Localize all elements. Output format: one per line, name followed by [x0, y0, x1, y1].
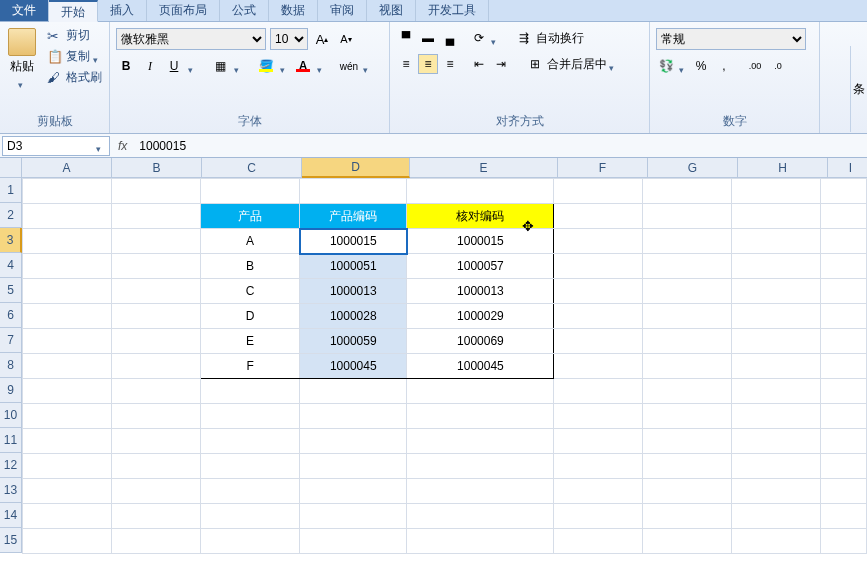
- fill-color-button[interactable]: 🪣: [256, 56, 276, 76]
- italic-button[interactable]: I: [140, 56, 160, 76]
- menu-home[interactable]: 开始: [49, 0, 98, 22]
- wrap-text-button[interactable]: ⇶: [514, 28, 534, 48]
- format-painter-button[interactable]: 格式刷: [44, 68, 105, 87]
- row-header[interactable]: 12: [0, 453, 22, 478]
- wrap-label[interactable]: 自动换行: [536, 30, 584, 47]
- menu-formula[interactable]: 公式: [220, 0, 269, 21]
- increase-indent-button[interactable]: ⇥: [491, 54, 511, 74]
- chevron-down-icon[interactable]: [234, 62, 243, 71]
- merge-center-button[interactable]: ⊞: [525, 54, 545, 74]
- menu-view[interactable]: 视图: [367, 0, 416, 21]
- cell-E2[interactable]: 核对编码: [407, 204, 554, 229]
- paste-button[interactable]: 粘贴: [4, 26, 40, 111]
- bold-button[interactable]: B: [116, 56, 136, 76]
- chevron-down-icon[interactable]: [609, 60, 618, 69]
- col-header-G[interactable]: G: [648, 158, 738, 178]
- border-button[interactable]: ▦: [210, 56, 230, 76]
- cell-D5[interactable]: 1000013: [300, 279, 407, 304]
- orientation-button[interactable]: ⟳: [469, 28, 489, 48]
- formula-value[interactable]: 1000015: [133, 139, 867, 153]
- cell-D6[interactable]: 1000028: [300, 304, 407, 329]
- col-header-I[interactable]: I: [828, 158, 867, 178]
- number-format-select[interactable]: 常规: [656, 28, 806, 50]
- cell-E4[interactable]: 1000057: [407, 254, 554, 279]
- col-header-B[interactable]: B: [112, 158, 202, 178]
- select-all-corner[interactable]: [0, 158, 22, 178]
- align-middle-button[interactable]: ▬: [418, 28, 438, 48]
- cell-D3[interactable]: 1000015: [300, 229, 407, 254]
- menu-review[interactable]: 审阅: [318, 0, 367, 21]
- align-top-button[interactable]: ▀: [396, 28, 416, 48]
- cell-D2[interactable]: 产品编码: [300, 204, 407, 229]
- align-right-button[interactable]: ≡: [440, 54, 460, 74]
- align-bottom-button[interactable]: ▄: [440, 28, 460, 48]
- chevron-down-icon[interactable]: [679, 62, 688, 71]
- cell-C6[interactable]: D: [201, 304, 300, 329]
- menu-layout[interactable]: 页面布局: [147, 0, 220, 21]
- chevron-down-icon[interactable]: [317, 62, 326, 71]
- phonetic-button[interactable]: wén: [339, 56, 359, 76]
- chevron-down-icon[interactable]: [280, 62, 289, 71]
- row-header[interactable]: 3: [0, 228, 22, 253]
- accounting-button[interactable]: 💱: [656, 56, 676, 76]
- fx-button[interactable]: fx: [112, 139, 133, 153]
- menu-data[interactable]: 数据: [269, 0, 318, 21]
- menu-file[interactable]: 文件: [0, 0, 49, 21]
- decrease-indent-button[interactable]: ⇤: [469, 54, 489, 74]
- name-box[interactable]: D3: [2, 136, 110, 156]
- increase-decimal-button[interactable]: .00: [745, 56, 765, 76]
- ribbon-overflow[interactable]: 条: [850, 46, 867, 132]
- decrease-font-button[interactable]: A▾: [336, 29, 356, 49]
- cell-E7[interactable]: 1000069: [407, 329, 554, 354]
- row-header[interactable]: 8: [0, 353, 22, 378]
- row-header[interactable]: 9: [0, 378, 22, 403]
- decrease-decimal-button[interactable]: .0: [768, 56, 788, 76]
- cell-D7[interactable]: 1000059: [300, 329, 407, 354]
- row-header[interactable]: 6: [0, 303, 22, 328]
- cell-D4[interactable]: 1000051: [300, 254, 407, 279]
- cell-C2[interactable]: 产品: [201, 204, 300, 229]
- comma-button[interactable]: ,: [714, 56, 734, 76]
- cell-C3[interactable]: A: [201, 229, 300, 254]
- font-size-select[interactable]: 10: [270, 28, 308, 50]
- cell-E3[interactable]: 1000015: [407, 229, 554, 254]
- col-header-C[interactable]: C: [202, 158, 302, 178]
- row-header[interactable]: 7: [0, 328, 22, 353]
- menu-dev[interactable]: 开发工具: [416, 0, 489, 21]
- col-header-D[interactable]: D: [302, 158, 410, 178]
- cell-E5[interactable]: 1000013: [407, 279, 554, 304]
- cut-button[interactable]: 剪切: [44, 26, 105, 45]
- col-header-F[interactable]: F: [558, 158, 648, 178]
- increase-font-button[interactable]: A▴: [312, 29, 332, 49]
- cell-D8[interactable]: 1000045: [300, 354, 407, 379]
- row-header[interactable]: 14: [0, 503, 22, 528]
- col-header-H[interactable]: H: [738, 158, 828, 178]
- percent-button[interactable]: %: [691, 56, 711, 76]
- row-header[interactable]: 2: [0, 203, 22, 228]
- cell-E6[interactable]: 1000029: [407, 304, 554, 329]
- cell-grid[interactable]: 产品 产品编码 核对编码 A 1000015 1000015 B 1000051…: [22, 178, 867, 554]
- font-color-button[interactable]: A: [293, 56, 313, 76]
- cell-C4[interactable]: B: [201, 254, 300, 279]
- merge-label[interactable]: 合并后居中: [547, 56, 607, 73]
- chevron-down-icon[interactable]: [363, 62, 372, 71]
- row-header[interactable]: 5: [0, 278, 22, 303]
- col-header-A[interactable]: A: [22, 158, 112, 178]
- row-header[interactable]: 11: [0, 428, 22, 453]
- copy-button[interactable]: 复制: [44, 47, 105, 66]
- row-header[interactable]: 4: [0, 253, 22, 278]
- row-header[interactable]: 13: [0, 478, 22, 503]
- cell-C5[interactable]: C: [201, 279, 300, 304]
- menu-insert[interactable]: 插入: [98, 0, 147, 21]
- align-left-button[interactable]: ≡: [396, 54, 416, 74]
- col-header-E[interactable]: E: [410, 158, 558, 178]
- chevron-down-icon[interactable]: [188, 62, 197, 71]
- cell-C7[interactable]: E: [201, 329, 300, 354]
- cell-C8[interactable]: F: [201, 354, 300, 379]
- align-center-button[interactable]: ≡: [418, 54, 438, 74]
- row-header[interactable]: 10: [0, 403, 22, 428]
- row-header[interactable]: 1: [0, 178, 22, 203]
- chevron-down-icon[interactable]: [491, 34, 500, 43]
- row-header[interactable]: 15: [0, 528, 22, 553]
- underline-button[interactable]: U: [164, 56, 184, 76]
